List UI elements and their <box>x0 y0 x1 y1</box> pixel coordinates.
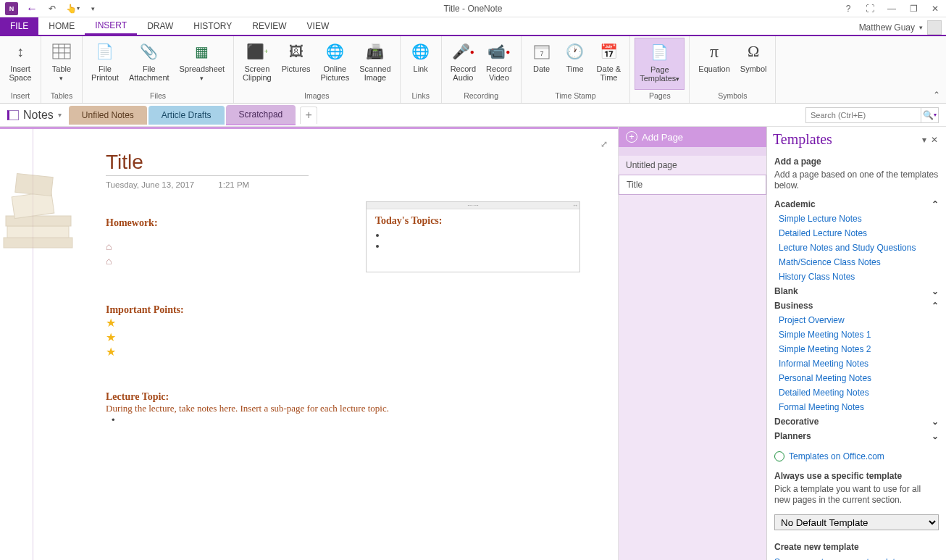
tab-history[interactable]: HISTORY <box>183 17 242 35</box>
container-handle[interactable]: ⋯⋯↔ <box>367 202 579 209</box>
chevron-down-icon: ⌄ <box>932 431 939 441</box>
app-icon[interactable]: N <box>3 1 20 16</box>
touch-mode-icon[interactable]: 👆▾ <box>64 1 81 16</box>
lecture-topic-heading[interactable]: Lecture Topic: <box>106 391 389 403</box>
template-link[interactable]: Formal Meeting Notes <box>774 400 939 414</box>
add-page-button[interactable]: + Add Page <box>619 127 766 147</box>
tab-draw[interactable]: DRAW <box>137 17 183 35</box>
star-icon[interactable]: ★ <box>106 345 184 359</box>
template-link[interactable]: Simple Meeting Notes 1 <box>774 327 939 342</box>
page-canvas[interactable]: ⤢ Title Tuesday, June 13, 2017 1:21 PM H… <box>0 127 618 560</box>
screen-clipping-button[interactable]: ⬛+Screen Clipping <box>238 38 276 90</box>
category-blank[interactable]: Blank⌄ <box>774 284 939 298</box>
templates-pane: Templates ▾ ✕ Add a page Add a page base… <box>766 127 946 560</box>
search-input[interactable] <box>805 107 921 123</box>
list-item[interactable] <box>387 230 571 241</box>
template-link[interactable]: Project Overview <box>774 313 939 327</box>
default-template-select[interactable]: No Default Template <box>774 514 939 530</box>
pane-close-icon[interactable]: ✕ <box>929 135 940 145</box>
add-page-desc: Add a page based on one of the templates… <box>774 170 939 191</box>
page-item-title[interactable]: Title <box>619 175 766 195</box>
pane-move-icon[interactable]: ▾ <box>920 135 929 145</box>
section-tab-scratchpad[interactable]: Scratchpad <box>226 105 296 125</box>
template-link[interactable]: History Class Notes <box>774 269 939 284</box>
template-link[interactable]: Detailed Lecture Notes <box>774 226 939 241</box>
collapse-ribbon-icon[interactable]: ⌃ <box>927 87 946 103</box>
equation-button[interactable]: πEquation <box>694 38 734 90</box>
group-symbols-label: Symbols <box>718 90 747 101</box>
template-link[interactable]: Personal Meeting Notes <box>774 371 939 385</box>
undo-icon[interactable]: ↶ <box>43 1 61 16</box>
group-pages-label: Pages <box>649 90 671 101</box>
template-link[interactable]: Detailed Meeting Notes <box>774 385 939 400</box>
expand-page-icon[interactable]: ⤢ <box>600 139 608 149</box>
office-templates-link[interactable]: Templates on Office.com <box>789 449 884 464</box>
tab-file[interactable]: FILE <box>0 17 38 35</box>
file-attachment-button[interactable]: 📎File Attachment <box>125 38 174 90</box>
template-link[interactable]: Simple Meeting Notes 2 <box>774 342 939 356</box>
tab-insert[interactable]: INSERT <box>85 17 137 35</box>
microphone-icon: 🎤● <box>451 40 474 63</box>
category-academic[interactable]: Academic⌃ <box>774 197 939 212</box>
fullscreen-icon[interactable]: ⛶ <box>862 2 878 15</box>
record-video-button[interactable]: 📹●Record Video <box>482 38 516 90</box>
notebook-selector[interactable]: Notes ▾ <box>0 109 69 122</box>
insert-space-button[interactable]: ↕Insert Space <box>4 38 36 90</box>
page-date: Tuesday, June 13, 2017 <box>106 180 194 189</box>
file-printout-icon: 📄 <box>93 40 117 63</box>
lecture-hint[interactable]: During the lecture, take notes here. Ins… <box>106 403 389 414</box>
add-section-button[interactable]: + <box>300 106 317 124</box>
record-audio-button[interactable]: 🎤●Record Audio <box>446 38 480 90</box>
category-planners[interactable]: Planners⌄ <box>774 429 939 443</box>
ribbon-tabs: FILE HOME INSERT DRAW HISTORY REVIEW VIE… <box>0 17 946 35</box>
date-button[interactable]: 7Date <box>526 38 558 90</box>
symbol-button[interactable]: ΩSymbol <box>736 38 771 90</box>
omega-icon: Ω <box>742 40 765 63</box>
template-link[interactable]: Informal Meeting Notes <box>774 356 939 371</box>
save-template-link[interactable]: Save current page as a template <box>774 555 939 560</box>
today-topics-container[interactable]: ⋯⋯↔ Today's Topics: <box>366 201 580 272</box>
spreadsheet-button[interactable]: ▦Spreadsheet▾ <box>175 38 229 90</box>
homework-heading[interactable]: Homework: <box>106 217 158 229</box>
restore-icon[interactable]: ❐ <box>905 2 921 15</box>
star-icon[interactable]: ★ <box>106 330 184 345</box>
time-button[interactable]: 🕐Time <box>559 38 591 90</box>
close-icon[interactable]: ✕ <box>927 2 943 15</box>
template-link[interactable]: Simple Lecture Notes <box>774 212 939 226</box>
today-topics-heading[interactable]: Today's Topics: <box>375 215 571 227</box>
scanned-image-button[interactable]: 📠Scanned Image <box>355 38 395 90</box>
star-icon[interactable]: ★ <box>106 316 184 330</box>
template-link[interactable]: Lecture Notes and Study Questions <box>774 241 939 255</box>
tab-review[interactable]: REVIEW <box>242 17 296 35</box>
page-templates-button[interactable]: 📄Page Templates▾ <box>635 38 685 90</box>
house-icon[interactable]: ⌂ <box>106 239 158 254</box>
important-points-heading[interactable]: Important Points: <box>106 304 184 316</box>
templates-header: Templates <box>773 131 920 148</box>
datetime-button[interactable]: 📅Date & Time <box>593 38 626 90</box>
qat-customize-icon[interactable]: ▾ <box>84 1 101 16</box>
file-printout-button[interactable]: 📄File Printout <box>87 38 123 90</box>
search-button[interactable]: 🔍▾ <box>921 107 939 123</box>
link-button[interactable]: 🌐Link <box>405 38 437 90</box>
section-tab-drafts[interactable]: Article Drafts <box>148 106 225 125</box>
tab-home[interactable]: HOME <box>38 17 85 35</box>
help-icon[interactable]: ? <box>840 2 856 15</box>
group-links-label: Links <box>411 90 430 101</box>
template-link[interactable]: Math/Science Class Notes <box>774 255 939 269</box>
list-item[interactable] <box>387 241 571 251</box>
user-account[interactable]: Matthew Guay ▾ <box>859 20 946 35</box>
category-decorative[interactable]: Decorative⌄ <box>774 414 939 429</box>
table-button[interactable]: Table▾ <box>46 38 78 90</box>
section-tab-unfiled[interactable]: Unfiled Notes <box>69 106 147 125</box>
list-item[interactable]: • <box>112 414 389 425</box>
back-icon[interactable]: ← <box>23 1 41 16</box>
tab-view[interactable]: VIEW <box>297 17 340 35</box>
house-icon[interactable]: ⌂ <box>106 254 158 268</box>
page-title[interactable]: Title <box>106 151 309 174</box>
scanner-icon: 📠 <box>364 40 387 63</box>
online-pictures-button[interactable]: 🌐Online Pictures <box>316 38 353 90</box>
page-item-untitled[interactable]: Untitled page <box>619 156 766 175</box>
category-business[interactable]: Business⌃ <box>774 298 939 313</box>
minimize-icon[interactable]: — <box>884 2 900 15</box>
pictures-button[interactable]: 🖼Pictures <box>277 38 315 90</box>
